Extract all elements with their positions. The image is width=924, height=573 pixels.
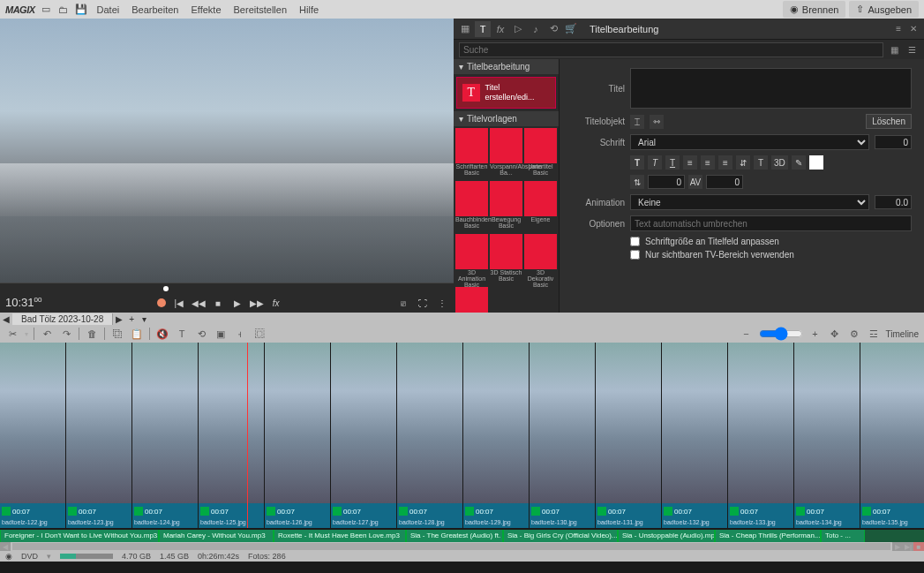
audio-clip[interactable]: Sia - Unstoppable (Audio).mp3 [618, 530, 715, 542]
chk-fit-font[interactable] [630, 237, 640, 246]
clip[interactable]: 00:07badtoelz-124.jpg [132, 343, 198, 528]
align-left-button[interactable]: ≡ [683, 155, 697, 170]
audio-clip[interactable]: Mariah Carey - Without You.mp3 [159, 530, 274, 542]
mute-icon[interactable]: 🔇 [155, 327, 169, 341]
title-text-input[interactable] [630, 68, 912, 109]
clip[interactable]: 00:07badtoelz-127.jpg [331, 343, 396, 528]
tab-add-button[interactable]: + [125, 314, 138, 324]
tab-store-icon[interactable]: 🛒 [563, 21, 579, 37]
panel-close-icon[interactable]: ✕ [906, 24, 920, 34]
bold-button[interactable]: T [630, 155, 644, 170]
storyboard[interactable]: 00:07badtoelz-122.jpg00:07badtoelz-123.j… [0, 343, 924, 528]
export-button[interactable]: ⇧ Ausgeben [849, 1, 919, 18]
template-item[interactable]: 3D Statisch Basic [490, 234, 522, 269]
tab-transition-icon[interactable]: ▷ [510, 21, 526, 37]
burn-button[interactable]: ◉ Brennen [783, 1, 846, 18]
playhead-dot[interactable] [163, 286, 169, 291]
cursor-icon[interactable]: ⌶ [630, 115, 644, 129]
settings-icon[interactable]: ⚙ [847, 327, 861, 341]
tab-next-button[interactable]: ▶ [113, 314, 125, 324]
section-titelbearbeitung[interactable]: ▾Titelbearbeitung [454, 59, 559, 74]
crop-icon[interactable]: ▣ [214, 327, 228, 341]
line-spacing-input[interactable] [648, 175, 685, 189]
fullscreen-icon[interactable]: ⛶ [417, 297, 429, 309]
template-active[interactable]: T Titel erstellen/edi... [456, 77, 556, 109]
cut-tool-icon[interactable]: ✂ [5, 327, 19, 341]
template-item[interactable]: Untertitel Basic [524, 128, 557, 163]
audio-clip[interactable]: Sia - Big Girls Cry (Official Video).... [503, 530, 618, 542]
rewind-button[interactable]: ◀◀ [192, 297, 205, 309]
template-search-input[interactable] [459, 42, 883, 57]
delete-button[interactable]: Löschen [866, 114, 912, 129]
tab-title-icon[interactable]: T [475, 21, 491, 37]
view-grid-icon[interactable]: ▦ [887, 42, 901, 57]
color-swatch[interactable] [809, 155, 823, 170]
clip[interactable]: 00:07badtoelz-134.jpg [794, 343, 860, 528]
scroll-add-button[interactable]: ■ [913, 542, 924, 551]
char-spacing-input[interactable] [706, 175, 743, 189]
fx-button[interactable]: fx [270, 297, 282, 309]
clip[interactable]: 00:07badtoelz-128.jpg [397, 343, 462, 528]
split-icon[interactable]: ⫞ [233, 327, 247, 341]
project-tab[interactable]: Bad Tölz 2023-10-28 [12, 313, 113, 325]
tab-route-icon[interactable]: ⟲ [545, 21, 561, 37]
scroll-right-button[interactable]: ▶ [892, 542, 903, 551]
tab-prev-button[interactable]: ◀ [0, 314, 12, 324]
menu-effekte[interactable]: Effekte [191, 4, 221, 15]
menu-bereitstellen[interactable]: Bereitstellen [234, 4, 288, 15]
align-center-button[interactable]: ≡ [701, 155, 715, 170]
preview-scrubber[interactable] [0, 283, 454, 293]
font-size-input[interactable] [875, 135, 912, 149]
menu-datei[interactable]: Datei [97, 4, 120, 15]
monitor-menu-icon[interactable]: ⋮ [436, 297, 448, 309]
align-right-button[interactable]: ≡ [718, 155, 732, 170]
clip[interactable]: 00:07badtoelz-122.jpg [0, 343, 65, 528]
tab-grid-icon[interactable]: ▦ [457, 21, 473, 37]
char-spacing-icon[interactable]: AV [688, 175, 702, 189]
clip[interactable]: 00:07badtoelz-131.jpg [596, 343, 661, 528]
undo-icon[interactable]: ↶ [40, 327, 54, 341]
scroll-left-button[interactable]: ◀ [0, 542, 11, 551]
record-button[interactable] [157, 298, 166, 307]
panel-menu-icon[interactable]: ≡ [892, 24, 905, 34]
align-vertical-button[interactable]: ⇵ [736, 155, 750, 170]
rotate-icon[interactable]: ⟲ [194, 327, 208, 341]
move-icon[interactable]: ✥ [828, 327, 842, 341]
template-item[interactable]: 3D Dekorativ Basic [524, 234, 557, 269]
shadow-button[interactable]: T [754, 155, 768, 170]
zoom-out-icon[interactable]: − [740, 327, 754, 341]
template-item[interactable]: Schriftarten Basic [455, 128, 488, 163]
clip[interactable]: 00:07badtoelz-135.jpg [860, 343, 924, 528]
template-item[interactable]: Bauchbinden Basic [455, 181, 488, 216]
template-item[interactable]: 3D Animation Basic [455, 234, 488, 269]
timeline-scrollbar[interactable]: ◀ ▶ ▶| ■ [0, 542, 924, 551]
template-item[interactable]: Eigene [524, 181, 557, 216]
menu-bearbeiten[interactable]: Bearbeiten [131, 4, 178, 15]
animation-select[interactable]: Keine [630, 194, 869, 210]
save-file-icon[interactable]: 💾 [74, 3, 88, 17]
new-file-icon[interactable]: ▭ [39, 3, 53, 17]
view-list-icon[interactable]: ☰ [905, 42, 919, 57]
timeline-playhead[interactable] [247, 343, 248, 528]
eyedropper-icon[interactable]: ✎ [792, 155, 806, 170]
title-tool-icon[interactable]: T [175, 327, 189, 341]
zoom-slider[interactable] [759, 327, 803, 341]
stop-button[interactable]: ■ [212, 297, 224, 309]
template-item[interactable]: Vorspann/Abspann Ba... [490, 128, 522, 163]
open-file-icon[interactable]: 🗀 [56, 3, 71, 17]
fit-width-icon[interactable]: ⇿ [650, 115, 664, 129]
clip[interactable]: 00:07badtoelz-129.jpg [463, 343, 529, 528]
copy-icon[interactable]: ⿻ [110, 327, 124, 341]
menu-hilfe[interactable]: Hilfe [299, 4, 319, 15]
cast-icon[interactable]: ⎚ [397, 297, 409, 309]
delete-icon[interactable]: 🗑 [85, 327, 99, 341]
clip[interactable]: 00:07badtoelz-133.jpg [728, 343, 793, 528]
template-item[interactable]: Bewegung Basic [490, 181, 522, 216]
clip[interactable]: 00:07badtoelz-123.jpg [66, 343, 131, 528]
clip[interactable]: 00:07badtoelz-130.jpg [530, 343, 595, 528]
play-button[interactable]: ▶ [231, 297, 244, 309]
underline-button[interactable]: T [665, 155, 680, 170]
forward-button[interactable]: ▶▶ [251, 297, 263, 309]
timeline-view-icon[interactable]: ☲ [867, 327, 881, 341]
animation-num-input[interactable] [875, 195, 912, 209]
